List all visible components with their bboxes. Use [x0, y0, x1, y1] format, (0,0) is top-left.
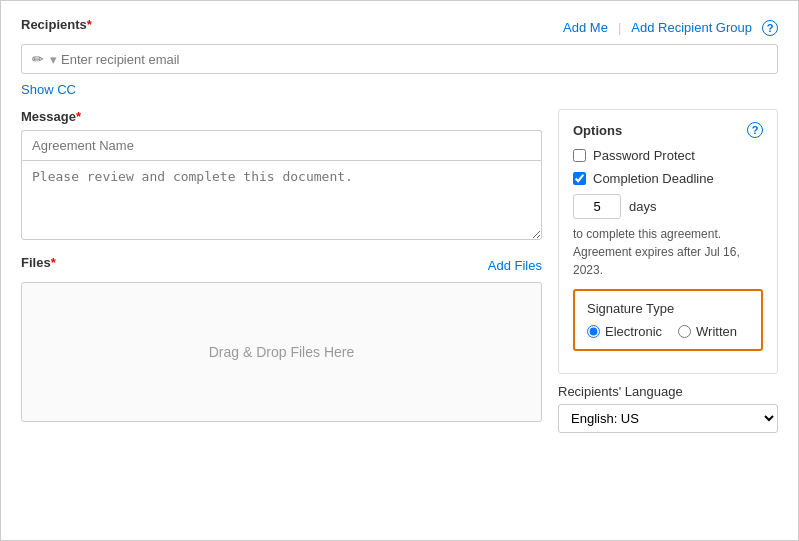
electronic-label: Electronic: [605, 324, 662, 339]
files-label: Files*: [21, 255, 56, 270]
add-files-button[interactable]: Add Files: [488, 258, 542, 273]
recipients-label: Recipients*: [21, 17, 92, 32]
actions-separator: |: [618, 20, 621, 35]
files-text: Files: [21, 255, 51, 270]
drop-zone-label: Drag & Drop Files Here: [209, 344, 355, 360]
agreement-name-input[interactable]: [21, 130, 542, 160]
expiry-line2: Agreement expires after Jul 16, 2023.: [573, 245, 740, 277]
message-label: Message*: [21, 109, 542, 124]
files-required: *: [51, 255, 56, 270]
main-container: Recipients* Add Me | Add Recipient Group…: [0, 0, 799, 541]
recipients-required: *: [87, 17, 92, 32]
recipient-email-input[interactable]: [61, 52, 767, 67]
recipient-input-row: ✏ ▾: [21, 44, 778, 74]
options-help-icon[interactable]: ?: [747, 122, 763, 138]
completion-deadline-row: Completion Deadline: [573, 171, 763, 186]
recipients-language-label: Recipients' Language: [558, 384, 778, 399]
recipients-help-icon[interactable]: ?: [762, 20, 778, 36]
signature-type-radio-group: Electronic Written: [587, 324, 749, 339]
left-column: Message* Files* Add Files Drag & Drop Fi…: [21, 109, 542, 422]
options-box: Options ? Password Protect Completion De…: [558, 109, 778, 374]
show-cc-link[interactable]: Show CC: [21, 82, 76, 97]
password-protect-label: Password Protect: [593, 148, 695, 163]
written-radio-option[interactable]: Written: [678, 324, 737, 339]
message-text: Message: [21, 109, 76, 124]
written-label: Written: [696, 324, 737, 339]
expiry-text: to complete this agreement. Agreement ex…: [573, 225, 763, 279]
options-title: Options: [573, 123, 622, 138]
files-header: Files* Add Files: [21, 255, 542, 276]
days-label: days: [629, 199, 656, 214]
files-section: Files* Add Files Drag & Drop Files Here: [21, 255, 542, 422]
message-textarea[interactable]: [21, 160, 542, 240]
written-radio[interactable]: [678, 325, 691, 338]
pen-icon: ✏: [32, 51, 44, 67]
days-row: days: [573, 194, 763, 219]
message-required: *: [76, 109, 81, 124]
dropdown-arrow[interactable]: ▾: [50, 52, 57, 67]
options-header: Options ?: [573, 122, 763, 138]
password-protect-checkbox[interactable]: [573, 149, 586, 162]
recipients-text: Recipients: [21, 17, 87, 32]
right-column: Options ? Password Protect Completion De…: [558, 109, 778, 433]
drop-zone[interactable]: Drag & Drop Files Here: [21, 282, 542, 422]
electronic-radio[interactable]: [587, 325, 600, 338]
content-row: Message* Files* Add Files Drag & Drop Fi…: [21, 109, 778, 433]
add-me-button[interactable]: Add Me: [563, 20, 608, 35]
language-select[interactable]: English: US English: UK French German Sp…: [558, 404, 778, 433]
password-protect-row: Password Protect: [573, 148, 763, 163]
days-input[interactable]: [573, 194, 621, 219]
electronic-radio-option[interactable]: Electronic: [587, 324, 662, 339]
message-section: Message*: [21, 109, 542, 243]
recipients-actions: Add Me | Add Recipient Group ?: [563, 20, 778, 36]
expiry-line1: to complete this agreement.: [573, 227, 721, 241]
signature-type-box: Signature Type Electronic Written: [573, 289, 763, 351]
add-recipient-group-button[interactable]: Add Recipient Group: [631, 20, 752, 35]
recipients-language-section: Recipients' Language English: US English…: [558, 384, 778, 433]
completion-deadline-label: Completion Deadline: [593, 171, 714, 186]
recipients-header: Recipients* Add Me | Add Recipient Group…: [21, 17, 778, 38]
completion-deadline-checkbox[interactable]: [573, 172, 586, 185]
signature-type-label: Signature Type: [587, 301, 749, 316]
